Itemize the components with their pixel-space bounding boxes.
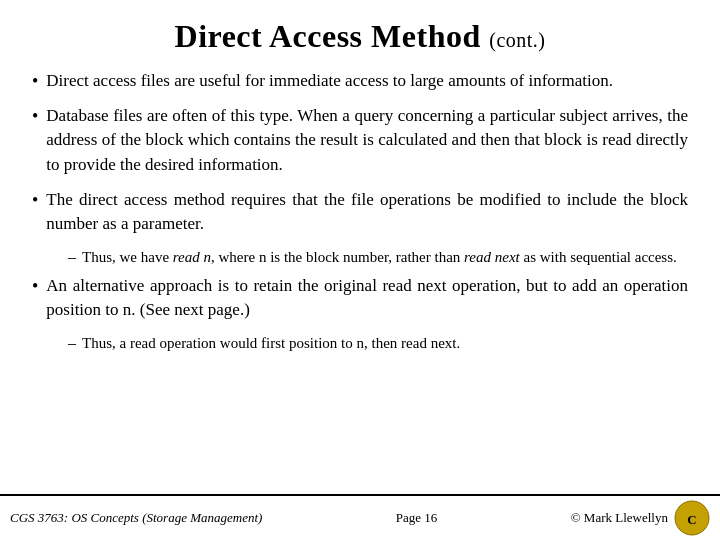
bullet-text-4: An alternative approach is to retain the… <box>46 274 688 323</box>
ucf-logo-icon: C <box>674 500 710 536</box>
slide-header: Direct Access Method (cont.) <box>0 0 720 65</box>
bullet-dot-3: • <box>32 190 38 211</box>
title-cont: (cont.) <box>489 29 545 51</box>
footer-left: CGS 3763: OS Concepts (Storage Managemen… <box>10 510 262 526</box>
slide: Direct Access Method (cont.) • Direct ac… <box>0 0 720 540</box>
bullet-dot-2: • <box>32 106 38 127</box>
footer-copyright: © Mark Llewellyn <box>571 510 668 526</box>
sub-text-2: Thus, a read operation would first posit… <box>82 333 460 354</box>
sub-dash-2: – <box>68 334 76 352</box>
bullet-dot-4: • <box>32 276 38 297</box>
bullet-item-4: • An alternative approach is to retain t… <box>32 274 688 323</box>
italic-read-n: read n <box>173 249 211 265</box>
svg-text:C: C <box>687 512 696 527</box>
bullet-item-3: • The direct access method requires that… <box>32 188 688 237</box>
sub-item-2: – Thus, a read operation would first pos… <box>68 333 688 354</box>
bullet-text-2: Database files are often of this type. W… <box>46 104 688 178</box>
sub-text-1: Thus, we have read n, where n is the blo… <box>82 247 677 268</box>
slide-footer: CGS 3763: OS Concepts (Storage Managemen… <box>0 494 720 540</box>
slide-body: • Direct access files are useful for imm… <box>0 65 720 494</box>
footer-right: © Mark Llewellyn C <box>571 500 710 536</box>
bullet-item-1: • Direct access files are useful for imm… <box>32 69 688 94</box>
bullet-text-3: The direct access method requires that t… <box>46 188 688 237</box>
sub-dash-1: – <box>68 248 76 266</box>
bullet-item-2: • Database files are often of this type.… <box>32 104 688 178</box>
bullet-dot-1: • <box>32 71 38 92</box>
title-text: Direct Access Method <box>175 18 481 54</box>
footer-center: Page 16 <box>396 510 438 526</box>
slide-title: Direct Access Method (cont.) <box>175 18 546 54</box>
italic-read-next: read next <box>464 249 520 265</box>
bullet-text-1: Direct access files are useful for immed… <box>46 69 613 94</box>
sub-item-1: – Thus, we have read n, where n is the b… <box>68 247 688 268</box>
